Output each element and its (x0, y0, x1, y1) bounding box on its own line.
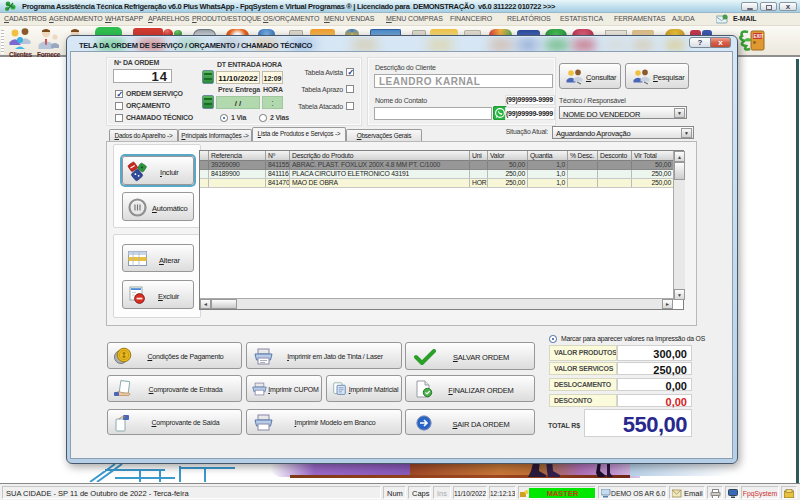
svg-text:EXIT: EXIT (754, 34, 764, 39)
